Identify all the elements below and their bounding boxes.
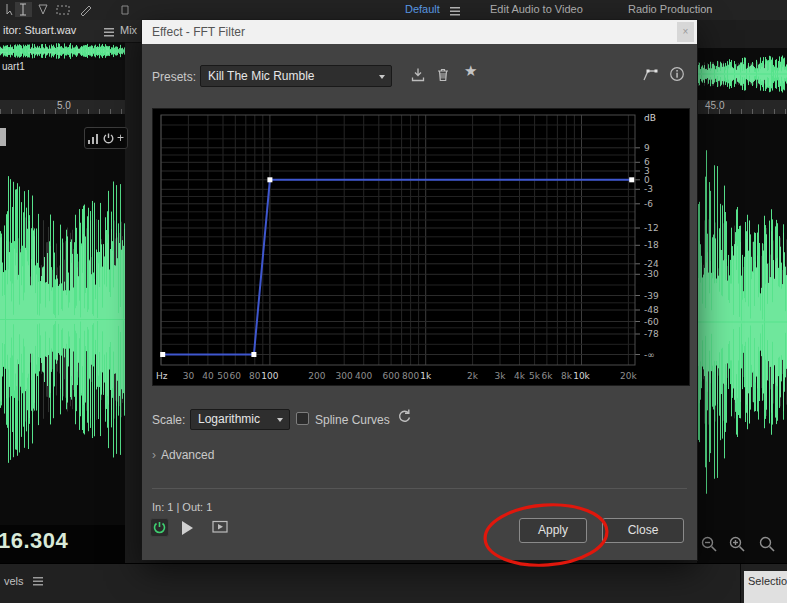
- workspace-menu-icon[interactable]: [450, 7, 460, 16]
- tool-icons[interactable]: [2, 2, 142, 17]
- svg-text:8k: 8k: [561, 371, 573, 381]
- svg-text:dB: dB: [644, 113, 656, 123]
- bottom-panel-bar: vels Selectio: [0, 563, 787, 603]
- panel-menu-icon[interactable]: [33, 577, 43, 586]
- svg-text:400: 400: [355, 371, 372, 381]
- svg-text:-24: -24: [644, 259, 659, 269]
- svg-text:40: 40: [202, 371, 214, 381]
- svg-text:5k: 5k: [529, 371, 541, 381]
- info-icon[interactable]: [669, 66, 685, 82]
- reset-icon[interactable]: [396, 408, 413, 425]
- svg-text:4k: 4k: [514, 371, 526, 381]
- filter-curve-icon[interactable]: [642, 66, 659, 83]
- svg-text:-39: -39: [644, 291, 659, 301]
- selection-panel-tab[interactable]: Selectio: [744, 571, 787, 603]
- zoom-in-icon[interactable]: [729, 536, 746, 553]
- svg-text:Hz: Hz: [156, 371, 168, 381]
- svg-text:-∞: -∞: [644, 350, 655, 360]
- dialog-title: Effect - FFT Filter: [152, 25, 245, 39]
- ruler-time-label: 5.0: [57, 100, 71, 111]
- mixer-tab[interactable]: Mix: [120, 24, 137, 36]
- right-panel-header: [697, 20, 787, 48]
- svg-text:10k: 10k: [573, 371, 590, 381]
- io-status: In: 1 | Out: 1: [152, 501, 212, 513]
- add-icon[interactable]: +: [117, 131, 124, 145]
- apply-button[interactable]: Apply: [519, 518, 587, 543]
- svg-text:300: 300: [336, 371, 353, 381]
- dialog-close-icon[interactable]: ×: [677, 22, 694, 42]
- scale-value: Logarithmic: [198, 412, 260, 426]
- svg-text:0: 0: [644, 175, 650, 185]
- dialog-titlebar[interactable]: Effect - FFT Filter ×: [142, 20, 697, 44]
- power-small-icon[interactable]: [102, 132, 115, 145]
- spline-curves-label: Spline Curves: [315, 413, 390, 427]
- cutoff-control-button[interactable]: [0, 128, 6, 146]
- svg-text:80: 80: [249, 371, 261, 381]
- advanced-chevron-icon: ›: [152, 448, 156, 462]
- scale-dropdown[interactable]: Logarithmic: [190, 409, 290, 430]
- close-button[interactable]: Close: [602, 518, 684, 543]
- svg-text:-6: -6: [644, 199, 653, 209]
- svg-text:-78: -78: [644, 329, 659, 339]
- editor-panel-tabbar: itor: Stuart.wav Mix: [0, 20, 142, 43]
- workspace-tab-edit-audio-to-video[interactable]: Edit Audio to Video: [490, 3, 583, 15]
- editor-tab-stuart-wav[interactable]: itor: Stuart.wav: [3, 24, 76, 36]
- loop-preview-icon[interactable]: [212, 520, 229, 534]
- svg-text:1k: 1k: [420, 371, 432, 381]
- svg-text:-3: -3: [644, 184, 653, 194]
- divider: [152, 488, 687, 489]
- waveform-overview-right[interactable]: [697, 48, 787, 100]
- presets-value: Kill The Mic Rumble: [208, 69, 314, 83]
- track-controls-overlay: +: [84, 127, 128, 149]
- paintbrush-tool-icon: [81, 6, 91, 16]
- top-toolbar: Default Edit Audio to Video Radio Produc…: [0, 0, 787, 21]
- ruler-time-label: 45.0: [705, 100, 724, 111]
- svg-text:3k: 3k: [495, 371, 507, 381]
- zoom-out-icon[interactable]: [701, 536, 718, 553]
- play-preview-icon[interactable]: [182, 521, 194, 535]
- scale-label: Scale:: [152, 413, 185, 427]
- waveform-overview-left[interactable]: [0, 42, 125, 60]
- svg-text:600: 600: [383, 371, 400, 381]
- presets-label: Presets:: [152, 70, 196, 84]
- save-preset-icon[interactable]: [410, 67, 426, 83]
- workspace-tab-radio-production[interactable]: Radio Production: [628, 3, 712, 15]
- fft-filter-dialog: Effect - FFT Filter × Presets: Kill The …: [142, 20, 697, 560]
- zoom-full-icon[interactable]: [759, 536, 776, 553]
- svg-text:800: 800: [402, 371, 419, 381]
- delete-preset-icon[interactable]: [435, 67, 451, 83]
- timeline-ruler-left[interactable]: 5.0: [0, 100, 125, 115]
- chevron-down-icon: [379, 75, 385, 79]
- selection-panel-label: Selectio: [748, 575, 787, 587]
- level-meter-icon[interactable]: [88, 133, 99, 144]
- waveform-display-left[interactable]: [0, 114, 125, 525]
- track-name-label: uart1: [2, 61, 25, 72]
- extra-tool-icon: [122, 6, 128, 14]
- audition-app-window: Default Edit Audio to Video Radio Produc…: [0, 0, 787, 603]
- move-tool-icon: [7, 4, 12, 15]
- svg-text:-18: -18: [644, 240, 659, 250]
- svg-text:9: 9: [644, 143, 650, 153]
- waveform-display-right[interactable]: [697, 114, 787, 530]
- svg-text:30: 30: [183, 371, 195, 381]
- favorite-star-icon[interactable]: ★: [464, 62, 477, 80]
- time-display[interactable]: 16.304: [0, 528, 68, 554]
- spline-curves-checkbox[interactable]: [296, 412, 309, 425]
- workspace-tab-default[interactable]: Default: [405, 3, 440, 15]
- advanced-toggle[interactable]: Advanced: [161, 448, 214, 462]
- svg-text:50: 50: [217, 371, 229, 381]
- svg-text:-30: -30: [644, 269, 659, 279]
- svg-text:6k: 6k: [541, 371, 553, 381]
- effect-power-button[interactable]: [150, 518, 169, 537]
- levels-panel-tab[interactable]: vels: [4, 575, 24, 587]
- chevron-down-icon: [277, 418, 283, 422]
- dialog-body: Presets: Kill The Mic Rumble ★: [142, 44, 697, 560]
- panel-menu-icon[interactable]: [104, 28, 114, 37]
- timeline-ruler-right[interactable]: 45.0: [697, 100, 787, 115]
- fft-filter-graph[interactable]: 9630-3-6-12-18-24-30-39-48-60-78-∞dBHz30…: [152, 108, 690, 386]
- razor-tool-icon: [39, 5, 47, 14]
- track-header-area: uart1: [0, 60, 125, 100]
- presets-dropdown[interactable]: Kill The Mic Rumble: [200, 65, 392, 87]
- zoom-bar: [697, 530, 787, 563]
- svg-text:60: 60: [230, 371, 242, 381]
